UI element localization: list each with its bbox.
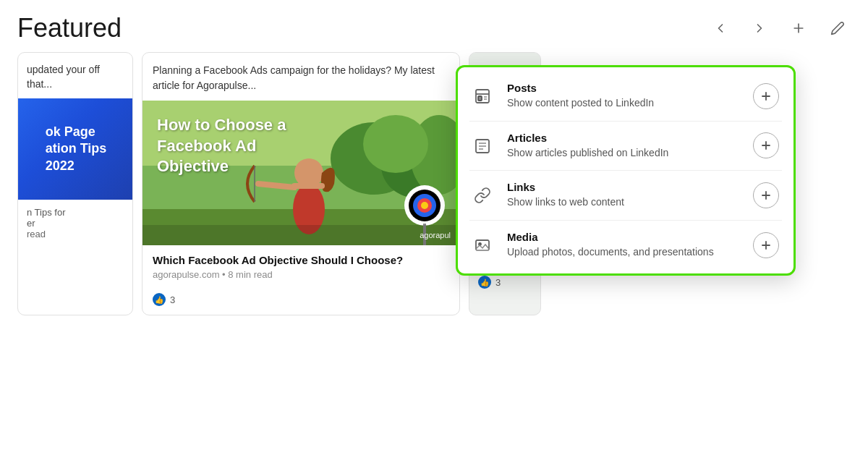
chevron-left-icon <box>713 21 728 35</box>
card-2-title: Which Facebook Ad Objective Should I Cho… <box>153 254 449 266</box>
articles-add-button[interactable] <box>753 132 779 158</box>
card-1-bottom-text: n Tips forer <box>27 207 124 229</box>
dropdown-links-title: Links <box>507 181 741 193</box>
dropdown-posts-content: Posts Show content posted to LinkedIn <box>507 82 741 111</box>
links-add-icon <box>760 190 772 201</box>
card-1-bottom: n Tips forer read <box>18 200 132 247</box>
dropdown-item-links[interactable]: Links Show links to web content <box>458 171 793 220</box>
dropdown-links-desc: Show links to web content <box>507 195 741 210</box>
svg-point-7 <box>363 115 428 173</box>
posts-icon <box>469 83 495 109</box>
card-2-meta: agorapulse.com • 8 min read <box>153 269 449 280</box>
svg-point-13 <box>421 202 428 209</box>
dropdown-menu: Posts Show content posted to LinkedIn Ar… <box>456 65 796 276</box>
page-title: Featured <box>17 13 122 43</box>
card-1-top-text: updated your off that... <box>27 64 100 90</box>
thumb-icon: 👍 <box>153 293 166 306</box>
svg-rect-22 <box>478 96 482 101</box>
dropdown-links-content: Links Show links to web content <box>507 181 741 210</box>
card-2-image-title: How to Choose a Facebook Ad Objective <box>157 115 302 177</box>
chevron-right-icon <box>752 21 767 35</box>
prev-button[interactable] <box>707 18 733 38</box>
page-header: Featured <box>0 0 868 52</box>
edit-button[interactable] <box>825 18 851 38</box>
add-button[interactable] <box>786 18 812 38</box>
links-add-button[interactable] <box>753 182 779 208</box>
dropdown-item-posts[interactable]: Posts Show content posted to LinkedIn <box>458 72 793 121</box>
card-2-top-text: Planning a Facebook Ads campaign for the… <box>142 53 459 101</box>
card-2[interactable]: Planning a Facebook Ads campaign for the… <box>142 52 460 315</box>
svg-line-17 <box>258 184 294 187</box>
dropdown-media-desc: Upload photos, documents, and presentati… <box>507 245 741 260</box>
posts-add-icon <box>760 90 772 102</box>
card-2-watermark: agorapul <box>142 225 459 245</box>
media-icon <box>469 232 495 258</box>
media-add-button[interactable] <box>753 232 779 258</box>
card-2-scene: How to Choose a Facebook Ad Objective ag… <box>142 101 459 245</box>
card-1-image: ok Pageation Tips2022 <box>18 98 133 200</box>
dropdown-articles-desc: Show articles published on LinkedIn <box>507 146 741 161</box>
card-2-footer: Which Facebook Ad Objective Should I Cho… <box>142 245 459 287</box>
articles-icon <box>469 133 495 159</box>
card-1: updated your off that... ok Pageation Ti… <box>17 52 133 315</box>
plus-icon <box>791 21 806 35</box>
pencil-icon <box>830 21 845 35</box>
card-1-read-label: read <box>27 229 124 239</box>
articles-add-icon <box>760 140 772 151</box>
card-2-likes-count: 3 <box>170 294 175 305</box>
links-icon <box>469 182 495 208</box>
header-controls <box>707 18 851 38</box>
dropdown-media-content: Media Upload photos, documents, and pres… <box>507 231 741 260</box>
media-add-icon <box>760 239 772 251</box>
card-2-image: How to Choose a Facebook Ad Objective ag… <box>142 101 459 245</box>
dropdown-item-articles[interactable]: Articles Show articles published on Link… <box>458 122 793 171</box>
dropdown-media-title: Media <box>507 231 741 243</box>
card-3-likes-count: 3 <box>495 277 501 288</box>
posts-add-button[interactable] <box>753 83 779 109</box>
dropdown-posts-desc: Show content posted to LinkedIn <box>507 96 741 111</box>
dropdown-articles-content: Articles Show articles published on Link… <box>507 132 741 161</box>
card-1-text: updated your off that... <box>18 53 132 98</box>
card-2-likes: 👍 3 <box>142 287 459 315</box>
dropdown-posts-title: Posts <box>507 82 741 94</box>
card-1-image-text: ok Pageation Tips2022 <box>46 124 107 174</box>
next-button[interactable] <box>746 18 773 38</box>
dropdown-item-media[interactable]: Media Upload photos, documents, and pres… <box>458 221 793 270</box>
dropdown-articles-title: Articles <box>507 132 741 144</box>
card-3-thumb-icon: 👍 <box>478 276 491 289</box>
